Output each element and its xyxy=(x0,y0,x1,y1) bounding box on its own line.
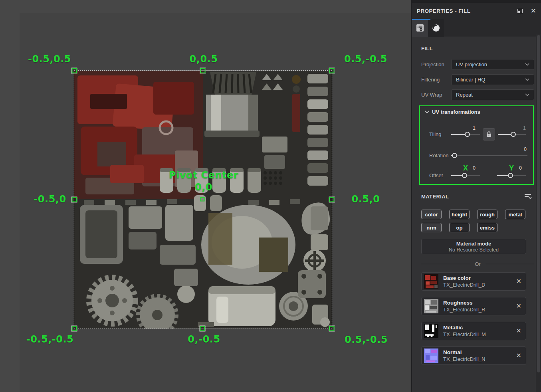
close-icon[interactable]: ✕ xyxy=(531,8,536,14)
filter-sort-icon[interactable] xyxy=(524,194,532,200)
channel-buttons-row-1: color height rough metal xyxy=(421,210,534,219)
basecolor-thumbnail xyxy=(424,274,438,289)
remove-texture-icon[interactable]: ✕ xyxy=(516,352,521,359)
tiling-x-slider-knob[interactable] xyxy=(465,132,470,137)
fill-section-title: FILL xyxy=(421,46,534,51)
texture-slot-base-color[interactable]: Base color TX_ElectricDrill_D ✕ xyxy=(421,272,526,291)
uv-transformations-section: UV transformations Tiling 1 xyxy=(419,105,534,185)
material-mode-button[interactable]: Material mode No Resource Selected xyxy=(421,239,526,254)
tiling-x-slider[interactable] xyxy=(451,132,480,137)
texture-slot-metallic[interactable]: Metallic TX_ElectricDrill_M ✕ xyxy=(421,322,526,340)
uv-transformations-title: UV transformations xyxy=(432,109,480,115)
rotation-slider-knob[interactable] xyxy=(452,153,457,158)
projection-dropdown[interactable]: UV projection xyxy=(451,59,534,70)
pivot-center-label: Pivot Center 0,0 xyxy=(169,170,238,193)
uv-handle-top-left[interactable] xyxy=(72,68,77,73)
chevron-down-icon xyxy=(525,63,529,66)
slot-resource: TX_ElectricDrill_D xyxy=(443,282,485,288)
offset-label: Offset xyxy=(429,172,451,178)
tiling-y-slider[interactable] xyxy=(498,132,526,137)
chevron-down-icon xyxy=(425,111,429,113)
tab-material-sphere[interactable] xyxy=(428,19,444,37)
or-divider: Or xyxy=(421,261,534,267)
panel-header: PROPERTIES - FILL ✕ xyxy=(412,3,541,19)
uv-coord-label: -0.5,0 xyxy=(34,194,66,205)
channel-button-rough[interactable]: rough xyxy=(477,210,497,219)
texture-slot-normal[interactable]: Normal TX_ElectricDrill_N ✕ xyxy=(421,346,526,365)
panel-top-strip xyxy=(412,0,541,3)
uv-handle-top-center[interactable] xyxy=(200,68,206,73)
uv-coord-label: -0.5,0.5 xyxy=(28,53,71,65)
offset-x-slider[interactable] xyxy=(451,173,480,178)
or-divider-text: Or xyxy=(475,261,480,267)
panel-scrollbar-thumb[interactable] xyxy=(537,35,540,372)
projection-label: Projection xyxy=(421,61,451,67)
offset-x-value: 0 xyxy=(473,165,476,171)
material-section-header: MATERIAL xyxy=(421,194,534,200)
remove-texture-icon[interactable]: ✕ xyxy=(516,278,521,285)
tiling-y-slider-knob[interactable] xyxy=(511,132,516,137)
uv-handle-bottom-left[interactable] xyxy=(72,326,77,331)
filtering-row: Filtering Bilinear | HQ xyxy=(421,74,534,85)
channel-button-height[interactable]: height xyxy=(449,210,470,219)
panel-title: PROPERTIES - FILL xyxy=(417,8,470,14)
tiling-lock-button[interactable] xyxy=(483,128,495,141)
channel-button-emiss[interactable]: emiss xyxy=(477,223,497,232)
projection-value: UV projection xyxy=(456,61,487,67)
material-sphere-icon xyxy=(431,23,441,33)
uv-coord-label: 0.5,0 xyxy=(352,194,380,205)
undock-icon[interactable] xyxy=(517,9,523,13)
offset-x-axis-label: X xyxy=(463,164,468,172)
lock-icon xyxy=(486,131,491,137)
uv-viewport[interactable]: -0.5,0.5 0,0.5 0.5,-0.5 -0.5,0 0.5,0 -0.… xyxy=(0,0,411,392)
filtering-value: Bilinear | HQ xyxy=(456,77,485,83)
panel-scrollbar[interactable] xyxy=(536,34,541,392)
uv-wrap-value: Repeat xyxy=(456,92,473,98)
channel-button-nrm[interactable]: nrm xyxy=(421,223,442,232)
slot-resource: TX_ElectricDrill_M xyxy=(443,331,486,337)
offset-x-slider-knob[interactable] xyxy=(462,173,467,178)
channel-button-op[interactable]: op xyxy=(449,223,470,232)
filtering-dropdown[interactable]: Bilinear | HQ xyxy=(451,74,534,85)
offset-y-slider[interactable] xyxy=(497,173,526,178)
metallic-thumbnail xyxy=(424,324,438,338)
uv-handle-bottom-center[interactable] xyxy=(200,326,205,331)
uv-wrap-dropdown[interactable]: Repeat xyxy=(451,89,534,100)
offset-y-slider-knob[interactable] xyxy=(508,173,513,178)
uv-transformations-header[interactable]: UV transformations xyxy=(425,109,527,115)
texture-slot-roughness[interactable]: Roughness TX_ElectricDrill_R ✕ xyxy=(421,297,526,315)
properties-panel: PROPERTIES - FILL ✕ xyxy=(411,0,541,392)
channel-buttons-row-2: nrm op emiss xyxy=(421,223,534,232)
channel-button-color[interactable]: color xyxy=(421,210,442,219)
channel-button-metal[interactable]: metal xyxy=(505,210,525,219)
tab-properties[interactable] xyxy=(412,19,428,37)
uv-handle-top-right[interactable] xyxy=(329,68,335,73)
slot-resource: TX_ElectricDrill_R xyxy=(443,307,485,313)
remove-texture-icon[interactable]: ✕ xyxy=(516,328,521,334)
rotation-value: 0 xyxy=(524,147,527,152)
projection-row: Projection UV projection xyxy=(421,59,534,70)
tiling-label: Tiling xyxy=(429,131,451,137)
uv-handle-pivot-center[interactable] xyxy=(200,197,205,202)
remove-texture-icon[interactable]: ✕ xyxy=(516,303,521,309)
viewport-frame-top xyxy=(0,0,411,13)
properties-icon xyxy=(416,24,424,32)
normal-thumbnail xyxy=(424,348,438,363)
pivot-center-coords: 0,0 xyxy=(169,182,238,193)
filtering-label: Filtering xyxy=(421,77,451,83)
uv-handle-mid-right[interactable] xyxy=(329,197,335,202)
pivot-center-title: Pivot Center xyxy=(169,170,238,181)
app-window: -0.5,0.5 0,0.5 0.5,-0.5 -0.5,0 0.5,0 -0.… xyxy=(0,0,541,392)
panel-tabbar xyxy=(412,19,541,37)
roughness-thumbnail xyxy=(424,299,438,313)
material-section-title: MATERIAL xyxy=(421,194,449,200)
slot-title: Base color xyxy=(443,275,485,281)
chevron-down-icon xyxy=(525,78,529,81)
uv-coord-label: 0.5,-0.5 xyxy=(345,334,388,345)
rotation-slider[interactable] xyxy=(451,153,527,158)
slot-resource: TX_ElectricDrill_N xyxy=(443,356,485,362)
slot-title: Metallic xyxy=(443,325,486,331)
uv-handle-mid-left[interactable] xyxy=(72,197,77,202)
material-mode-title: Material mode xyxy=(456,241,491,247)
uv-handle-bottom-right[interactable] xyxy=(329,326,335,331)
